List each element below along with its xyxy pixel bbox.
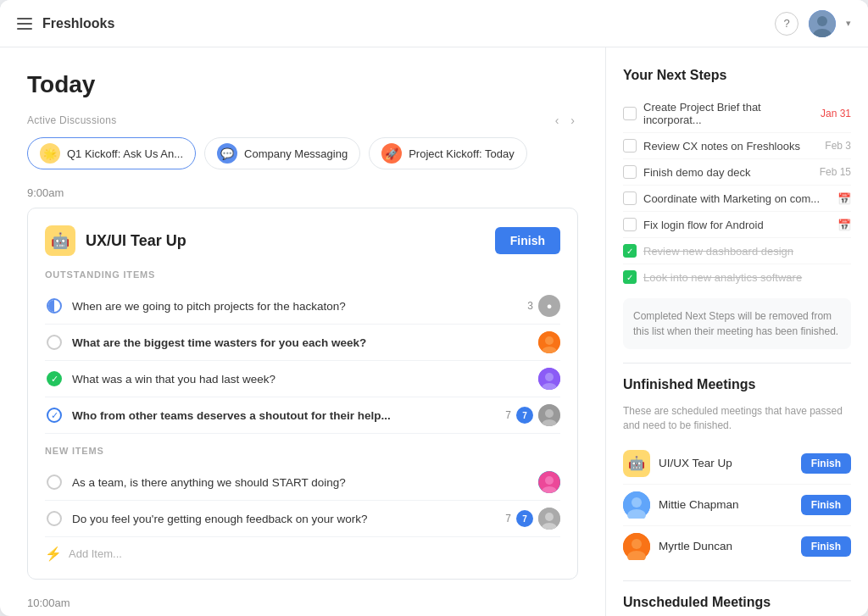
- svg-point-1: [817, 16, 827, 26]
- unscheduled-title: Unscheduled Meetings: [623, 595, 851, 610]
- status-icon-half: [45, 297, 64, 315]
- meeting-card-title: UX/UI Tear Up: [86, 232, 495, 250]
- divider: [623, 363, 851, 363]
- agenda-avatar: [538, 471, 560, 493]
- discussion-chip-q1[interactable]: 🌟 Q1 Kickoff: Ask Us An...: [27, 137, 196, 169]
- ns-date: 📅: [837, 219, 851, 231]
- ns-checkbox[interactable]: [623, 218, 637, 231]
- app-logo: Freshlooks: [42, 16, 114, 31]
- discussions-list: 🌟 Q1 Kickoff: Ask Us An... 💬 Company Mes…: [27, 137, 578, 169]
- chip-label-pk: Project Kickoff: Today: [409, 147, 515, 160]
- vote-dot: 7: [516, 407, 533, 424]
- ns-text: Coordinate with Marketing on com...: [643, 192, 831, 205]
- agenda-item: When are we going to pitch projects for …: [45, 288, 560, 325]
- agenda-meta: 7 7: [505, 508, 560, 530]
- left-panel: Today Active Discussions ‹ › 🌟 Q1 Kickof…: [0, 47, 605, 616]
- agenda-text: Do you feel you're getting enough feedba…: [72, 513, 498, 525]
- avatar-chevron[interactable]: ▾: [846, 18, 851, 29]
- status-icon-empty: [45, 333, 64, 352]
- discussion-chip-pk[interactable]: 🚀 Project Kickoff: Today: [369, 137, 527, 169]
- avatar[interactable]: [809, 10, 836, 37]
- time-label-9am: 9:00am: [27, 186, 578, 199]
- svg-point-7: [545, 373, 554, 381]
- vote-dot: 7: [516, 510, 533, 527]
- menu-icon[interactable]: [17, 18, 32, 30]
- ns-checkbox-checked[interactable]: ✓: [623, 270, 637, 284]
- meeting-name: UI/UX Tear Up: [659, 457, 793, 469]
- nav-prev[interactable]: ‹: [552, 112, 563, 129]
- agenda-meta: [538, 331, 560, 353]
- unfinished-sub: These are scheduled meetings that have p…: [623, 404, 851, 433]
- ns-text: Fix login flow for Android: [643, 219, 831, 231]
- nav-arrows: ‹ ›: [552, 112, 578, 129]
- header: Freshlooks ? ▾: [0, 0, 868, 47]
- ns-checkbox-checked[interactable]: ✓: [623, 244, 637, 258]
- help-button[interactable]: ?: [775, 12, 798, 36]
- ns-checkbox[interactable]: [623, 139, 637, 153]
- meeting-icon-mittie: [623, 491, 650, 519]
- agenda-text: Who from other teams deserves a shoutout…: [72, 409, 498, 422]
- svg-point-10: [545, 409, 554, 418]
- finish-button-unfinished-0[interactable]: Finish: [801, 453, 851, 474]
- agenda-text: What was a win that you had last week?: [72, 373, 531, 386]
- agenda-item: What are the biggest time wasters for yo…: [45, 325, 560, 361]
- finish-button-uxui[interactable]: Finish: [495, 227, 560, 254]
- meeting-card-header: 🤖 UX/UI Tear Up Finish: [45, 225, 560, 256]
- ns-date: 📅: [837, 192, 851, 205]
- meeting-name: Mittie Chapman: [659, 498, 793, 511]
- nav-next[interactable]: ›: [567, 112, 578, 129]
- info-box: Completed Next Steps will be removed fro…: [623, 298, 851, 349]
- status-icon-empty: [45, 509, 64, 528]
- agenda-avatar: [538, 368, 560, 390]
- svg-point-4: [545, 336, 554, 345]
- meeting-card-uxui: 🤖 UX/UI Tear Up Finish OUTSTANDING ITEMS…: [27, 208, 578, 580]
- ns-text: Review new dashboard design: [643, 245, 851, 258]
- next-step-row: Fix login flow for Android 📅: [623, 212, 851, 238]
- discussion-chip-cm[interactable]: 💬 Company Messaging: [204, 137, 360, 169]
- ns-checkbox[interactable]: [623, 191, 637, 205]
- meeting-icon-myrtle: [623, 533, 650, 560]
- next-step-row: Finish demo day deck Feb 15: [623, 159, 851, 186]
- main-layout: Today Active Discussions ‹ › 🌟 Q1 Kickof…: [0, 47, 868, 616]
- ns-text: Review CX notes on Freshlooks: [643, 140, 818, 153]
- ns-date: Feb 3: [825, 140, 851, 152]
- next-step-row: Review CX notes on Freshlooks Feb 3: [623, 133, 851, 159]
- add-item-button[interactable]: ⚡ Add Item...: [45, 537, 560, 562]
- check-green-icon: ✓: [47, 371, 62, 386]
- status-icon-green: ✓: [45, 369, 64, 388]
- agenda-text: As a team, is there anything we should S…: [72, 476, 531, 489]
- ns-checkbox[interactable]: [623, 165, 637, 179]
- chip-icon-cm: 💬: [217, 143, 237, 164]
- finish-button-unfinished-1[interactable]: Finish: [801, 495, 851, 515]
- meeting-row: Myrtle Duncan Finish: [623, 526, 851, 567]
- status-icon-empty: [45, 473, 64, 491]
- next-step-row: Coordinate with Marketing on com... 📅: [623, 186, 851, 212]
- vote-count: 3: [527, 300, 533, 312]
- outstanding-label: OUTSTANDING ITEMS: [45, 269, 560, 280]
- agenda-text: When are we going to pitch projects for …: [72, 300, 520, 313]
- ns-text: Finish demo day deck: [643, 166, 813, 179]
- ns-text: Create Project Brief that incorporat...: [643, 101, 814, 126]
- app-shell: Freshlooks ? ▾ Today Active Discussions …: [0, 0, 868, 616]
- new-items-label: NEW ITEMS: [45, 446, 560, 456]
- svg-point-13: [545, 476, 554, 485]
- svg-point-16: [545, 513, 554, 521]
- agenda-item: As a team, is there anything we should S…: [45, 464, 560, 501]
- meeting-row: Mittie Chapman Finish: [623, 485, 851, 526]
- next-steps-title: Your Next Steps: [623, 68, 851, 83]
- agenda-item: ✓ Who from other teams deserves a shouto…: [45, 397, 560, 434]
- next-steps-list: Create Project Brief that incorporat... …: [623, 95, 851, 290]
- ns-text: Look into new analytics software: [643, 271, 851, 284]
- finish-button-unfinished-2[interactable]: Finish: [801, 536, 851, 557]
- agenda-avatar: [538, 331, 560, 353]
- chip-icon-q1: 🌟: [40, 143, 60, 164]
- time-label-10am: 10:00am: [27, 597, 578, 609]
- add-item-label: Add Item...: [69, 547, 122, 560]
- ns-checkbox[interactable]: [623, 107, 637, 120]
- meeting-card-icon: 🤖: [45, 225, 75, 256]
- header-right: ? ▾: [775, 10, 851, 37]
- next-step-row: Create Project Brief that incorporat... …: [623, 95, 851, 133]
- check-blue-icon: ✓: [47, 408, 62, 423]
- agenda-item: ✓ What was a win that you had last week?: [45, 361, 560, 397]
- next-step-row: ✓ Review new dashboard design: [623, 238, 851, 264]
